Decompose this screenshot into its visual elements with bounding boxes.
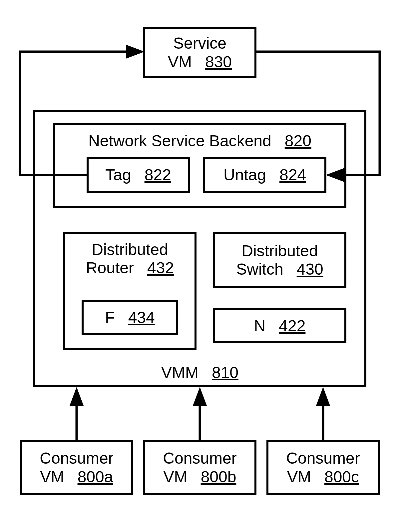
arrow-service-to-untag xyxy=(256,52,380,175)
diagram-canvas: Service VM 830 VMM 810 Network Service B… xyxy=(0,0,398,532)
arrow-tag-to-service xyxy=(20,52,140,175)
arrows-overlay xyxy=(0,0,398,532)
